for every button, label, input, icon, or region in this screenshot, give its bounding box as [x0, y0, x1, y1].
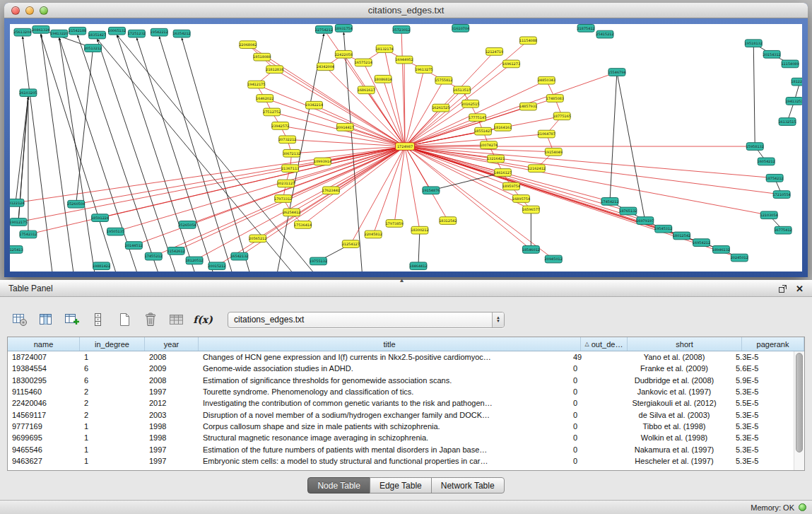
graph-node-label: 21367113	[281, 166, 299, 170]
graph-node-label: 16542132	[230, 254, 248, 258]
close-panel-icon[interactable]: ✕	[796, 284, 804, 294]
column-settings-icon[interactable]	[11, 312, 28, 327]
column-header-pagerank[interactable]: pagerank	[742, 337, 804, 351]
column-header-title[interactable]: title	[199, 337, 581, 351]
table-row[interactable]: 911546021997Tourette syndrome. Phenomeno…	[8, 386, 794, 397]
tab-network-table[interactable]: Network Table	[431, 477, 505, 493]
graph-edge	[286, 146, 405, 183]
graph-edge	[41, 34, 73, 271]
graph-node-label: 18518088	[253, 54, 271, 59]
tab-edge-table[interactable]: Edge Table	[370, 477, 432, 493]
dropdown-stepper-icon: ▲▼	[492, 313, 504, 327]
graph-node-label: 19755132	[310, 259, 327, 263]
graph-edge	[431, 173, 503, 190]
new-table-icon[interactable]	[116, 312, 133, 327]
table-cell: 1998	[145, 433, 199, 442]
column-header-name[interactable]: name	[8, 337, 80, 351]
graph-node-label: 23942572	[271, 124, 289, 128]
graph-edge	[405, 146, 739, 257]
graph-node-label: 30672132	[283, 151, 300, 156]
table-cell: 2012	[145, 399, 199, 407]
window-title: citations_edges.txt	[4, 5, 808, 16]
table-cell: 2	[80, 399, 145, 407]
delete-table-icon[interactable]	[142, 312, 159, 327]
table-cell: 0	[570, 376, 617, 385]
graph-node-label: 17485083	[546, 96, 564, 100]
column-header-out-degree[interactable]: △out_de…	[581, 337, 628, 351]
graph-node-label: 26254412	[283, 210, 300, 214]
table-body: 1872400712008Changes of HCN gene express…	[8, 351, 794, 470]
graph-node-label: 16979197	[636, 218, 654, 223]
graph-edge	[753, 43, 755, 146]
graph-node-label: 18164161	[494, 125, 512, 129]
graph-node-label: 16575214	[355, 60, 372, 64]
sort-ascending-icon: △	[585, 341, 589, 347]
graph-node-label: 17454212	[601, 199, 618, 204]
table-cell: 5.6E-5	[731, 364, 794, 373]
table-row[interactable]: 1456911722003Disruption of a novel membe…	[8, 409, 794, 420]
graph-node-label: 12162412	[528, 166, 546, 170]
table-row[interactable]: 1830029562008Estimation of significance …	[8, 375, 794, 386]
column-header-label: pagerank	[757, 340, 789, 349]
graph-node-label: 11154089	[781, 62, 799, 66]
show-columns-icon[interactable]	[37, 312, 54, 327]
table-cell: 5.3E-5	[731, 445, 794, 454]
table-cell: 0	[570, 457, 617, 465]
zoom-window-button[interactable]	[40, 6, 48, 15]
table-row[interactable]: 946362711997Embryonic stem cells: a mode…	[8, 455, 794, 467]
column-header-short[interactable]: short	[628, 337, 742, 351]
table-cell: Yano et al. (2008)	[617, 353, 731, 361]
table-cell: 1997	[145, 387, 199, 396]
graph-node-label: 16261525	[432, 105, 449, 110]
table-row[interactable]: 969969511998Structural magnetic resonanc…	[8, 432, 794, 443]
graph-node-label: 1724987	[397, 144, 413, 148]
close-window-button[interactable]	[11, 6, 20, 15]
float-panel-icon[interactable]	[778, 284, 787, 293]
graph-edge	[405, 81, 444, 146]
graph-node-label: 10993914	[314, 159, 331, 163]
graph-node-label: 18546012	[522, 247, 540, 252]
table-cell: 0	[570, 445, 617, 454]
import-table-icon[interactable]	[168, 312, 185, 327]
table-cell: 1	[80, 433, 145, 442]
table-row[interactable]: 2242004622012Investigating the contribut…	[8, 397, 794, 409]
splitter-collapse-handle[interactable]: ▴	[400, 276, 404, 284]
graph-node-label: 12124719	[486, 49, 503, 54]
table-row[interactable]: 977716911998Corpus callosum shape and si…	[8, 421, 794, 432]
graph-node-label: 25613204	[13, 30, 31, 34]
function-builder-button[interactable]: f(x)	[194, 312, 211, 327]
graph-node-label: 13216421	[487, 156, 505, 160]
scrollbar-thumb[interactable]	[796, 353, 803, 452]
graph-node-label: 15546794	[608, 70, 625, 74]
network-view[interactable]: 1724987220680421851808821812838194121751…	[10, 24, 802, 271]
graph-node-label: 10074274	[480, 143, 498, 147]
graph-edge	[405, 146, 536, 168]
table-cell: 14569117	[8, 411, 80, 419]
graph-node-label: 18132174	[375, 47, 393, 51]
table-cell: Investigating the contribution of common…	[199, 399, 570, 407]
table-cell: 2	[80, 411, 145, 419]
network-view-frame: 1724987220680421851808821812838194121751…	[4, 18, 808, 277]
graph-node-label: 20162515	[461, 102, 479, 106]
table-row[interactable]: 1938455462009Genome-wide association stu…	[8, 363, 794, 374]
tab-node-table[interactable]: Node Table	[307, 477, 370, 493]
graph-edge	[405, 69, 424, 146]
graph-node-label: 21812838	[266, 67, 283, 71]
column-header-in-degree[interactable]: in_degree	[80, 337, 145, 351]
graph-node-label: 22422058	[335, 52, 353, 57]
vertical-scrollbar[interactable]	[794, 351, 804, 470]
minimize-window-button[interactable]	[25, 6, 34, 15]
window-titlebar[interactable]: citations_edges.txt	[4, 3, 808, 18]
column-header-year[interactable]: year	[145, 337, 199, 351]
create-column-icon[interactable]	[64, 312, 81, 327]
graph-node-label: 16054212	[758, 159, 775, 163]
table-selector-dropdown[interactable]: citations_edges.txt ▲▼	[228, 312, 505, 328]
table-row[interactable]: 946554611997Estimation of the future num…	[8, 443, 794, 455]
table-cell: 2003	[145, 411, 199, 419]
graph-node-label: 20513212	[84, 46, 102, 50]
column-header-label: out_de…	[592, 340, 623, 349]
table-row[interactable]: 1872400712008Changes of HCN gene express…	[8, 351, 794, 363]
table-cell: 1	[80, 445, 145, 454]
row-view-icon[interactable]	[90, 312, 107, 327]
graph-node-label: 17536414	[294, 223, 312, 227]
